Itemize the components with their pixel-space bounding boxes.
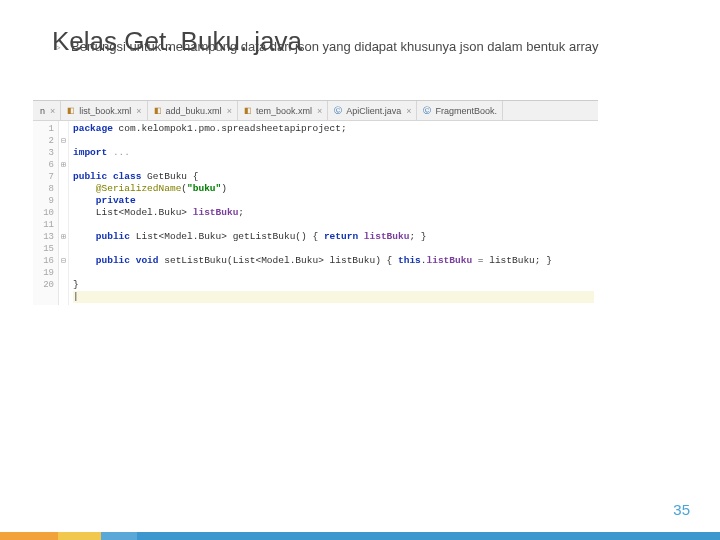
tab-label: ApiClient.java	[346, 106, 401, 116]
tab-apiclient-java[interactable]: Ⓒ ApiClient.java ×	[328, 101, 417, 120]
java-icon: Ⓒ	[422, 106, 432, 116]
tab-truncated[interactable]: n ×	[35, 101, 61, 120]
line-num: 3	[33, 147, 54, 159]
line-num: 11	[33, 219, 54, 231]
line-num: 16	[33, 255, 54, 267]
close-icon[interactable]: ×	[136, 106, 141, 116]
tab-bar: n × ◧ list_book.xml × ◧ add_buku.xml × ◧…	[33, 101, 598, 121]
editor-area: 1 2 3 6 7 8 9 10 11 13 15 16 19 20 ⊟ ⊞ ⊞…	[33, 121, 598, 305]
fold-toggle-icon[interactable]: ⊞	[59, 231, 68, 243]
xml-icon: ◧	[243, 106, 253, 116]
close-icon[interactable]: ×	[227, 106, 232, 116]
tab-tem-book-xml[interactable]: ◧ tem_book.xml ×	[238, 101, 328, 120]
page-number: 35	[673, 501, 690, 518]
close-icon[interactable]: ×	[406, 106, 411, 116]
tab-label: list_book.xml	[79, 106, 131, 116]
line-num: 19	[33, 267, 54, 279]
line-num: 13	[33, 231, 54, 243]
line-num: 2	[33, 135, 54, 147]
line-num: 10	[33, 207, 54, 219]
footer-seg-2	[58, 532, 101, 540]
fold-toggle-icon[interactable]: ⊟	[59, 255, 68, 267]
code-body[interactable]: package com.kelompok1.pmo.spreadsheetapi…	[69, 121, 598, 305]
line-gutter: 1 2 3 6 7 8 9 10 11 13 15 16 19 20	[33, 121, 59, 305]
fold-toggle-icon[interactable]: ⊟	[59, 135, 68, 147]
bullet-marker: ▹	[56, 40, 61, 55]
tab-label: n	[40, 106, 45, 116]
line-num: 1	[33, 123, 54, 135]
close-icon[interactable]: ×	[50, 106, 55, 116]
footer-seg-4	[137, 532, 720, 540]
line-num: 9	[33, 195, 54, 207]
tab-list-book-xml[interactable]: ◧ list_book.xml ×	[61, 101, 147, 120]
tab-label: FragmentBook.	[435, 106, 497, 116]
ide-screenshot: n × ◧ list_book.xml × ◧ add_buku.xml × ◧…	[33, 100, 598, 305]
xml-icon: ◧	[153, 106, 163, 116]
line-num: 15	[33, 243, 54, 255]
footer-stripe	[0, 532, 720, 540]
line-num: 7	[33, 171, 54, 183]
line-num: 20	[33, 279, 54, 291]
tab-fragmentbook[interactable]: Ⓒ FragmentBook.	[417, 101, 503, 120]
footer-seg-1	[0, 532, 58, 540]
close-icon[interactable]: ×	[317, 106, 322, 116]
xml-icon: ◧	[66, 106, 76, 116]
bullet-row: ▹ Berfungsi untuk menampung data dari js…	[56, 39, 666, 55]
description-text: Berfungsi untuk menampung data dari json…	[71, 39, 599, 55]
fold-column: ⊟ ⊞ ⊞ ⊟	[59, 121, 69, 305]
fold-toggle-icon[interactable]: ⊞	[59, 159, 68, 171]
tab-add-buku-xml[interactable]: ◧ add_buku.xml ×	[148, 101, 238, 120]
tab-label: tem_book.xml	[256, 106, 312, 116]
java-icon: Ⓒ	[333, 106, 343, 116]
tab-label: add_buku.xml	[166, 106, 222, 116]
footer-seg-3	[101, 532, 137, 540]
line-num: 8	[33, 183, 54, 195]
line-num: 6	[33, 159, 54, 171]
